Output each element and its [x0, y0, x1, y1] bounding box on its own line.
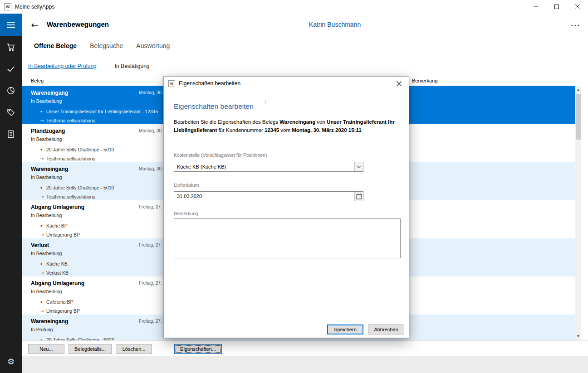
scroll-up-icon[interactable]: ▲	[575, 87, 581, 93]
more-button[interactable]: ···	[568, 18, 583, 32]
loeschen-button[interactable]: Löschen...	[116, 344, 152, 354]
row-status: In Bearbeitung	[31, 136, 62, 142]
row-target: →Testfirma sellysolutions	[40, 118, 95, 123]
user-name[interactable]: Katrin Buschmann	[309, 21, 361, 28]
row-item-text: Testfirma sellysolutions	[46, 194, 95, 199]
dialog-close-button[interactable]	[389, 77, 409, 90]
row-target: →Umlagerung BP	[40, 232, 80, 237]
subtab-in-bestaetigung[interactable]: In Bestätigung	[115, 63, 150, 69]
minimize-icon	[534, 5, 538, 9]
sidebar-item-cart[interactable]	[0, 36, 22, 58]
row-source: •20 Jahre Selly Challenge - 5010	[40, 185, 114, 190]
row-source: •20 Jahre Selly Challenge - 5003	[40, 337, 114, 341]
sidebar-item-settings[interactable]: ⚙	[0, 352, 22, 370]
maximize-icon	[554, 5, 559, 9]
close-button[interactable]	[567, 0, 588, 14]
row-title: Pfandzugang	[31, 128, 65, 134]
scroll-down-icon[interactable]: ▼	[575, 333, 581, 339]
journal-icon	[6, 130, 15, 139]
sidebar-item-journal[interactable]	[0, 123, 22, 145]
eigenschaften-button[interactable]: Eigenschaften...	[174, 344, 222, 354]
tab-belegsuche[interactable]: Belegsuche	[90, 42, 123, 49]
bemerkung-label: Bemerkung	[174, 211, 198, 216]
calendar-icon	[356, 194, 362, 199]
row-title: Wareneingang	[31, 166, 68, 172]
row-title: Verlust	[31, 242, 49, 248]
subtab-in-bearbeitung[interactable]: In Bearbeitung oder Prüfung	[28, 63, 97, 69]
bullet-icon: •	[40, 223, 46, 228]
row-source: •Unser Trainingslieferant Ihr Lieblingsl…	[40, 109, 158, 114]
body-text: Bearbeiten Sie die Eigenschaften des Bel…	[174, 119, 279, 125]
neu-button[interactable]: Neu...	[28, 344, 64, 354]
sidebar-item-prices[interactable]	[0, 102, 22, 123]
list-scrollbar[interactable]: ▲ ▼	[575, 86, 581, 340]
tab-auswertung[interactable]: Auswertung	[136, 42, 170, 49]
cancel-button[interactable]: Abbrechen	[368, 325, 404, 334]
cart-icon	[6, 43, 15, 52]
arrow-icon: →	[40, 156, 46, 161]
bullet-icon: •	[40, 337, 46, 341]
save-button[interactable]: Speichern	[327, 325, 363, 334]
row-item-text: Küche BP	[46, 223, 68, 228]
body-kundennummer: 12345	[265, 127, 279, 133]
row-title: Wareneingang	[31, 90, 68, 96]
arrow-icon: →	[40, 308, 46, 314]
row-item-text: Testfirma sellysolutions	[46, 118, 95, 123]
column-header-bemerkung: Bemerkung	[412, 78, 437, 83]
menu-button[interactable]	[0, 14, 22, 36]
row-target: →Umlagerung BP	[40, 308, 80, 314]
dialog-title: Eigenschaften bearbeiten	[179, 80, 240, 87]
pivot-tabs: Offene Belege Belegsuche Auswertung	[22, 36, 588, 55]
sidebar-item-reports[interactable]	[0, 80, 22, 102]
status-filter-tabs: In Bearbeitung oder Prüfung In Bestätigu…	[22, 58, 588, 74]
body-beleg: Wareneingang	[279, 119, 315, 125]
kostenstelle-select[interactable]: Küche KB (Küche KB)	[174, 162, 363, 172]
arrow-icon: →	[40, 118, 46, 123]
row-source: •Küche BP	[40, 223, 68, 228]
dialog-heading: Eigenschaften bearbeiten	[174, 102, 254, 111]
app-icon: W	[4, 3, 11, 10]
row-source: •20 Jahre Selly Challenge - 5010	[40, 147, 114, 152]
row-item-text: Umlagerung BP	[46, 232, 80, 237]
bottom-strip	[22, 356, 588, 373]
back-button[interactable]: ←	[28, 18, 42, 32]
bullet-icon: •	[40, 261, 46, 266]
dialog-eigenschaften: W Eigenschaften bearbeiten Eigenschaften…	[163, 76, 409, 338]
dropdown-button[interactable]	[354, 162, 363, 171]
bullet-icon: •	[40, 185, 46, 190]
footer-actions: Neu... Belegdetails... Löschen... Eigens…	[28, 344, 222, 354]
dialog-app-icon: W	[168, 80, 175, 87]
maximize-button[interactable]	[546, 0, 567, 14]
row-item-text: Testfirma sellysolutions	[46, 156, 95, 161]
tab-offene-belege[interactable]: Offene Belege	[34, 42, 77, 49]
price-tag-icon	[6, 108, 15, 117]
bemerkung-textarea[interactable]	[174, 218, 401, 258]
sidebar-item-check[interactable]	[0, 58, 22, 80]
checkmark-icon	[6, 64, 15, 73]
row-status: In Bearbeitung	[31, 174, 62, 180]
page-title: Warenbewegungen	[47, 20, 109, 28]
lieferdatum-input[interactable]: 31.03.2020	[174, 191, 363, 201]
lieferdatum-value: 31.03.2020	[174, 194, 354, 199]
datepicker-button[interactable]	[354, 192, 363, 201]
more-ellipsis-icon: ···	[571, 21, 581, 29]
pie-chart-icon	[6, 86, 15, 95]
row-target: →Testfirma sellysolutions	[40, 156, 95, 161]
app-window: W Meine sellyApps	[0, 0, 588, 373]
row-item-text: Cafeteria BP	[46, 299, 74, 305]
row-source: •Cafeteria BP	[40, 299, 74, 305]
arrow-icon: →	[40, 270, 46, 276]
dialog-titlebar: W Eigenschaften bearbeiten	[164, 77, 409, 90]
row-status: In Prüfung	[31, 327, 53, 332]
sidebar: ⚙	[0, 14, 22, 373]
row-item-text: Unser Trainingslieferant Ihr Lieblingsli…	[46, 109, 158, 114]
scrollbar-thumb[interactable]	[576, 94, 581, 140]
minimize-button[interactable]	[525, 0, 546, 14]
window-title: Meine sellyApps	[15, 4, 54, 10]
belegdetails-button[interactable]: Belegdetails...	[69, 344, 112, 354]
row-source: •Küche KB	[40, 261, 68, 266]
row-status: In Bearbeitung	[31, 98, 62, 104]
arrow-icon: →	[40, 194, 46, 199]
gear-icon: ⚙	[7, 357, 15, 366]
row-status: In Bearbeitung	[31, 289, 62, 294]
